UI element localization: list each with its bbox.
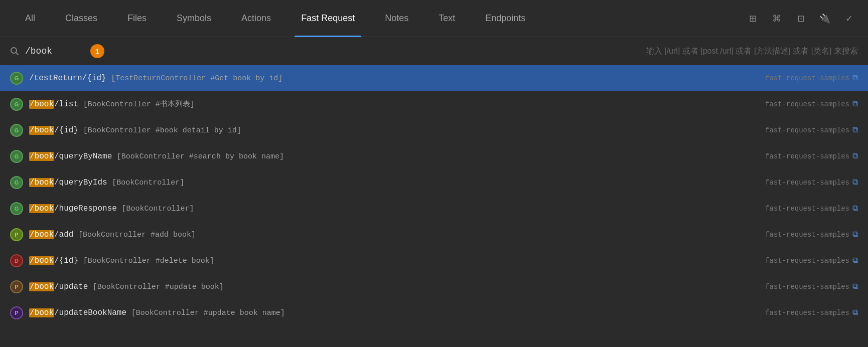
row-project: fast-request-samples ⧉ bbox=[765, 282, 858, 291]
table-row[interactable]: P /book/update [BookController #update b… bbox=[0, 274, 868, 300]
row-project: fast-request-samples ⧉ bbox=[765, 99, 858, 109]
tab-fast-request[interactable]: Fast Request bbox=[286, 0, 370, 37]
tab-notes[interactable]: Notes bbox=[370, 0, 423, 37]
tab-symbols[interactable]: Symbols bbox=[162, 0, 226, 37]
row-project: fast-request-samples ⧉ bbox=[765, 125, 858, 135]
row-path: /book/queryByIds [BookController] bbox=[29, 178, 755, 187]
row-path: /book/list [BookController #书本列表] bbox=[29, 99, 755, 109]
tab-classes[interactable]: Classes bbox=[50, 0, 112, 37]
table-row[interactable]: G /book/queryByIds [BookController] fast… bbox=[0, 169, 868, 196]
copy-icon[interactable]: ⧉ bbox=[852, 204, 858, 213]
copy-icon[interactable]: ⧉ bbox=[852, 282, 858, 291]
row-path: /book/queryByName [BookController #searc… bbox=[29, 152, 755, 161]
copy-icon[interactable]: ⧉ bbox=[852, 99, 858, 109]
copy-icon[interactable]: ⧉ bbox=[852, 73, 858, 83]
table-row[interactable]: G /book/hugeResponse [BookController] fa… bbox=[0, 196, 868, 222]
tab-actions[interactable]: Actions bbox=[226, 0, 286, 37]
folder-icon[interactable]: ⊡ bbox=[792, 10, 810, 28]
method-badge-get: G bbox=[10, 98, 23, 111]
search-input-wrap: 1 bbox=[25, 44, 104, 58]
row-project: fast-request-samples ⧉ bbox=[765, 256, 858, 265]
method-badge-get: G bbox=[10, 202, 23, 215]
row-project: fast-request-samples ⧉ bbox=[765, 151, 858, 161]
method-badge-patch: P bbox=[10, 306, 23, 319]
method-badge-put: P bbox=[10, 280, 23, 293]
row-path: /book/updateBookName [BookController #up… bbox=[29, 308, 755, 317]
method-badge-get: G bbox=[10, 124, 23, 137]
row-path: /book/{id} [BookController #delete book] bbox=[29, 256, 755, 265]
tab-endpoints[interactable]: Endpoints bbox=[470, 0, 540, 37]
table-row[interactable]: G /book/list [BookController #书本列表] fast… bbox=[0, 91, 868, 117]
check-icon[interactable]: ✓ bbox=[840, 10, 858, 28]
result-count-badge: 1 bbox=[90, 44, 104, 58]
row-project: fast-request-samples ⧉ bbox=[765, 230, 858, 239]
method-badge-delete: D bbox=[10, 254, 23, 267]
method-badge-get: G bbox=[10, 72, 23, 85]
tabs-container: All Classes Files Symbols Actions Fast R… bbox=[10, 0, 744, 37]
results-list: G /testReturn/{id} [TestReturnController… bbox=[0, 65, 868, 347]
plugin-icon[interactable]: 🔌 bbox=[816, 10, 834, 28]
row-project: fast-request-samples ⧉ bbox=[765, 308, 858, 317]
row-project: fast-request-samples ⧉ bbox=[765, 178, 858, 187]
copy-icon[interactable]: ⧉ bbox=[852, 308, 858, 317]
row-path: /book/{id} [BookController #book detail … bbox=[29, 126, 755, 135]
tab-all[interactable]: All bbox=[10, 0, 50, 37]
toolbar-icons: ⊞ ⌘ ⊡ 🔌 ✓ bbox=[744, 10, 858, 28]
search-hint: 输入 [/url] 或者 [post /url] 或者 [方法描述] 或者 [类… bbox=[646, 46, 858, 57]
table-row[interactable]: G /testReturn/{id} [TestReturnController… bbox=[0, 65, 868, 91]
row-project: fast-request-samples ⧉ bbox=[765, 73, 858, 83]
copy-icon[interactable]: ⧉ bbox=[852, 125, 858, 135]
row-path: /book/update [BookController #update boo… bbox=[29, 282, 755, 291]
method-badge-get: G bbox=[10, 150, 23, 163]
tab-bar: All Classes Files Symbols Actions Fast R… bbox=[0, 0, 868, 37]
row-project: fast-request-samples ⧉ bbox=[765, 204, 858, 213]
table-row[interactable]: P /book/add [BookController #add book] f… bbox=[0, 222, 868, 248]
window-icon[interactable]: ⊞ bbox=[744, 10, 762, 28]
bookmark-icon[interactable]: ⌘ bbox=[768, 10, 786, 28]
method-badge-post: P bbox=[10, 228, 23, 241]
search-icon bbox=[10, 47, 19, 56]
copy-icon[interactable]: ⧉ bbox=[852, 230, 858, 239]
main-content: 1 输入 [/url] 或者 [post /url] 或者 [方法描述] 或者 … bbox=[0, 37, 868, 347]
search-input[interactable] bbox=[25, 46, 85, 56]
table-row[interactable]: D /book/{id} [BookController #delete boo… bbox=[0, 248, 868, 274]
table-row[interactable]: G /book/{id} [BookController #book detai… bbox=[0, 117, 868, 143]
row-path: /book/add [BookController #add book] bbox=[29, 230, 755, 239]
row-path: /book/hugeResponse [BookController] bbox=[29, 204, 755, 213]
copy-icon[interactable]: ⧉ bbox=[852, 256, 858, 265]
search-bar: 1 输入 [/url] 或者 [post /url] 或者 [方法描述] 或者 … bbox=[0, 37, 868, 65]
svg-line-1 bbox=[16, 53, 19, 55]
tab-text[interactable]: Text bbox=[423, 0, 470, 37]
copy-icon[interactable]: ⧉ bbox=[852, 151, 858, 161]
copy-icon[interactable]: ⧉ bbox=[852, 178, 858, 187]
table-row[interactable]: P /book/updateBookName [BookController #… bbox=[0, 300, 868, 326]
row-path: /testReturn/{id} [TestReturnController #… bbox=[29, 74, 755, 83]
tab-files[interactable]: Files bbox=[112, 0, 162, 37]
method-badge-get: G bbox=[10, 176, 23, 189]
table-row[interactable]: G /book/queryByName [BookController #sea… bbox=[0, 143, 868, 169]
